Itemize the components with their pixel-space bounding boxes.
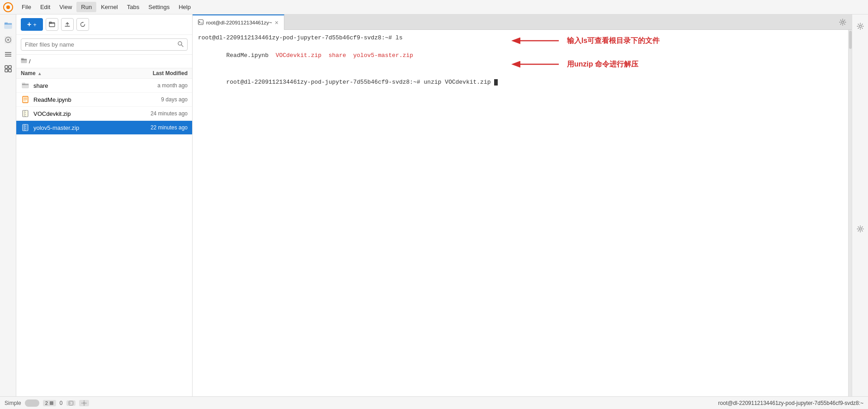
ipynb-icon bbox=[21, 95, 30, 104]
file-modified: 24 minutes ago bbox=[129, 110, 188, 117]
main-area: root@dl-2209112134461zy~ × root@dl-22091… bbox=[193, 14, 852, 396]
upload-button[interactable] bbox=[61, 18, 74, 31]
sidebar-icon-list[interactable] bbox=[2, 48, 14, 61]
terminal-line-1: root@dl-2209112134461zy-pod-jupyter-7d55… bbox=[198, 33, 844, 43]
breadcrumb-path: / bbox=[29, 58, 31, 65]
file-toolbar: + + bbox=[16, 14, 192, 35]
plus-icon: + bbox=[27, 20, 31, 29]
menu-settings[interactable]: Settings bbox=[144, 2, 174, 12]
sidebar-icon-puzzle[interactable] bbox=[2, 62, 14, 75]
svg-rect-3 bbox=[5, 22, 8, 24]
kernel-badge[interactable]: 2 bbox=[43, 400, 56, 406]
app-logo[interactable] bbox=[3, 2, 14, 13]
terminal-content[interactable]: root@dl-2209112134461zy-pod-jupyter-7d55… bbox=[193, 30, 852, 396]
tab-close-icon[interactable]: × bbox=[275, 19, 278, 26]
svg-point-16 bbox=[178, 42, 182, 45]
file-list-header: Name ▲ Last Modified bbox=[16, 68, 192, 79]
svg-point-34 bbox=[842, 21, 844, 23]
folder-icon bbox=[21, 57, 27, 65]
right-sidebar bbox=[852, 14, 868, 396]
svg-rect-41 bbox=[50, 401, 53, 405]
svg-point-1 bbox=[6, 5, 10, 9]
refresh-button[interactable] bbox=[76, 18, 89, 31]
gear-icon-btn[interactable] bbox=[837, 17, 848, 28]
simple-toggle[interactable] bbox=[25, 399, 39, 407]
zip-icon bbox=[21, 123, 30, 132]
menu-kernel[interactable]: Kernel bbox=[96, 2, 123, 12]
terminal-prompt-text: root@dl-2209112134461zy-pod-jupyter-7d55… bbox=[226, 79, 494, 86]
svg-rect-24 bbox=[24, 99, 27, 100]
terminal-scrollbar[interactable] bbox=[848, 30, 852, 396]
list-item[interactable]: ReadMe.ipynb 9 days ago bbox=[16, 93, 192, 107]
svg-rect-25 bbox=[24, 100, 26, 101]
new-button[interactable]: + + bbox=[21, 18, 43, 31]
file-list: share a month ago ReadMe.ipynb 9 days ag… bbox=[16, 79, 192, 396]
menu-edit[interactable]: Edit bbox=[36, 2, 55, 12]
list-item[interactable]: yolov5-master.zip 22 minutes ago bbox=[16, 121, 192, 135]
list-item[interactable]: VOCdevkit.zip 24 minutes ago bbox=[16, 107, 192, 121]
tab-bar: root@dl-2209112134461zy~ × bbox=[193, 14, 852, 30]
terminal-count-icon[interactable] bbox=[66, 400, 75, 406]
right-gear-icon[interactable] bbox=[854, 20, 867, 33]
svg-rect-32 bbox=[198, 19, 203, 24]
svg-rect-13 bbox=[9, 69, 11, 72]
svg-line-17 bbox=[182, 45, 184, 47]
sort-arrow-icon: ▲ bbox=[38, 71, 42, 76]
svg-rect-26 bbox=[23, 110, 28, 117]
settings-icon-bottom[interactable] bbox=[79, 400, 89, 406]
file-name: VOCdevkit.zip bbox=[33, 110, 129, 117]
col-modified-header: Last Modified bbox=[124, 70, 188, 76]
file-panel: + + bbox=[16, 14, 193, 396]
right-gear-icon-2[interactable] bbox=[854, 223, 867, 235]
svg-point-43 bbox=[83, 402, 85, 404]
svg-rect-23 bbox=[24, 98, 27, 99]
terminal-icon bbox=[198, 19, 203, 26]
terminal-text-readmeipynb: ReadMe.ipynb bbox=[226, 52, 275, 59]
svg-rect-29 bbox=[23, 124, 28, 131]
zip-icon bbox=[21, 109, 30, 118]
file-modified: 22 minutes ago bbox=[129, 124, 188, 131]
svg-rect-42 bbox=[69, 401, 73, 405]
search-input[interactable] bbox=[25, 41, 177, 48]
file-name: yolov5-master.zip bbox=[33, 124, 129, 131]
menubar: File Edit View Run Kernel Tabs Settings … bbox=[0, 0, 868, 14]
terminal-text-red: VOCdevkit.zip share yolov5-master.zip bbox=[276, 52, 413, 59]
col-name-header[interactable]: Name ▲ bbox=[21, 70, 124, 76]
menu-view[interactable]: View bbox=[55, 2, 76, 12]
search-bar bbox=[16, 35, 192, 55]
file-modified: a month ago bbox=[129, 82, 188, 89]
toggle-track[interactable] bbox=[25, 399, 39, 407]
simple-label: Simple bbox=[5, 400, 21, 406]
file-modified: 9 days ago bbox=[129, 96, 188, 103]
folder-icon bbox=[21, 81, 30, 90]
svg-rect-10 bbox=[5, 66, 8, 68]
terminal-cursor bbox=[494, 79, 498, 86]
svg-point-6 bbox=[7, 39, 9, 41]
tab-label: root@dl-2209112134461zy~ bbox=[206, 20, 272, 25]
menu-tabs[interactable]: Tabs bbox=[123, 2, 144, 12]
file-name: ReadMe.ipynb bbox=[33, 96, 129, 103]
terminal-line-2: ReadMe.ipynb VOCdevkit.zip share yolov5-… bbox=[198, 43, 844, 69]
svg-rect-21 bbox=[22, 83, 25, 85]
svg-rect-12 bbox=[5, 69, 8, 72]
terminal-line-3: root@dl-2209112134461zy-pod-jupyter-7d55… bbox=[198, 69, 844, 95]
list-item[interactable]: share a month ago bbox=[16, 79, 192, 93]
terminal-count: 0 bbox=[60, 400, 63, 406]
menu-help[interactable]: Help bbox=[174, 2, 195, 12]
sidebar-icon-upload[interactable] bbox=[2, 33, 14, 46]
icon-sidebar bbox=[0, 14, 16, 396]
kernel-count: 2 bbox=[45, 400, 48, 406]
breadcrumb: / bbox=[16, 55, 192, 68]
new-label: + bbox=[33, 21, 37, 28]
svg-rect-11 bbox=[9, 66, 11, 68]
status-text: root@dl-2209112134461zy-pod-jupyter-7d55… bbox=[718, 400, 863, 406]
search-icon bbox=[177, 41, 184, 48]
svg-point-40 bbox=[859, 228, 861, 230]
bottom-bar: Simple 2 0 root@dl-2209112134461zy-pod-j… bbox=[0, 396, 868, 409]
sidebar-icon-folder[interactable] bbox=[2, 19, 14, 32]
menu-file[interactable]: File bbox=[17, 2, 36, 12]
svg-point-39 bbox=[859, 25, 861, 28]
terminal-tab[interactable]: root@dl-2209112134461zy~ × bbox=[193, 14, 284, 30]
menu-run[interactable]: Run bbox=[76, 2, 96, 12]
folder-button[interactable] bbox=[46, 18, 58, 31]
